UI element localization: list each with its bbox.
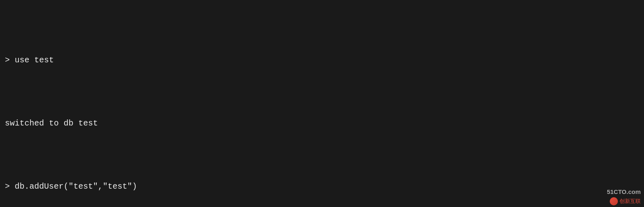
terminal-line-3: > db.addUser("test","test") (5, 180, 639, 193)
watermark-chuang-text: 创新互联 (620, 197, 641, 205)
terminal-line-1: > use test (5, 54, 639, 66)
terminal-line-2: switched to db test (5, 117, 639, 130)
watermark-container: 51CTO.com 创新互联 (562, 183, 644, 207)
watermark-51cto-text: 51CTO.com (607, 187, 641, 196)
terminal-window: > use test switched to db test > db.addU… (0, 0, 644, 207)
chuang-icon (610, 197, 618, 205)
terminal-content: > use test switched to db test > db.addU… (5, 29, 639, 207)
watermark-chuang-container: 创新互联 (610, 197, 641, 205)
